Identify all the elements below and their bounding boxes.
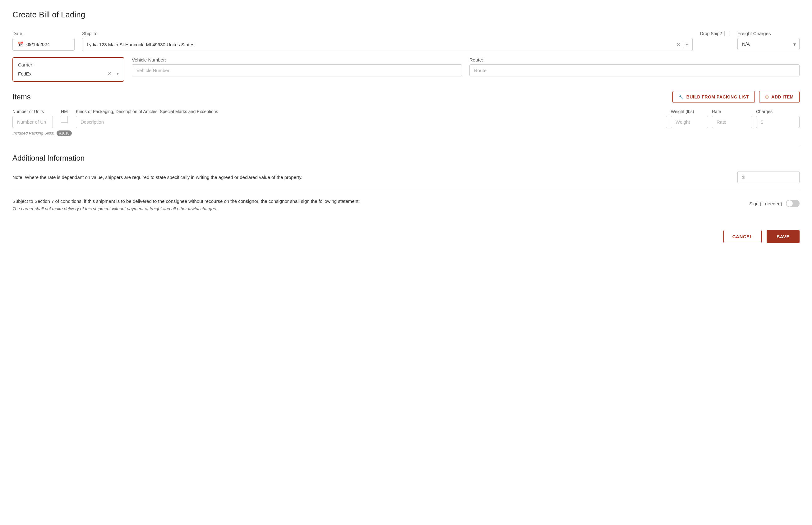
sign-toggle[interactable] xyxy=(786,200,800,207)
carrier-clear-icon[interactable]: ✕ xyxy=(107,71,111,77)
freight-charges-select[interactable]: N/A Prepaid Collect 3rd Party xyxy=(737,38,800,50)
calendar-icon: 📅 xyxy=(17,41,23,47)
freight-charges-field-group: Freight Charges N/A Prepaid Collect 3rd … xyxy=(737,31,800,50)
page-title: Create Bill of Lading xyxy=(12,10,800,19)
carrier-divider xyxy=(114,71,114,77)
build-from-packing-list-button[interactable]: 🔧 BUILD FROM PACKING LIST xyxy=(672,91,755,103)
col-charges-group: Charges $ xyxy=(756,109,800,128)
build-button-label: BUILD FROM PACKING LIST xyxy=(686,94,749,100)
carrier-label: Carrier: xyxy=(18,62,119,68)
freight-charges-label: Freight Charges xyxy=(737,31,800,36)
rate-input[interactable] xyxy=(712,116,752,128)
consignee-italic-text: The carrier shall not make delivery of t… xyxy=(12,206,737,211)
col-hm-group: HM xyxy=(57,109,72,123)
ship-to-chevron-icon[interactable]: ▾ xyxy=(686,42,688,47)
drop-ship-label: Drop Ship? xyxy=(700,31,722,36)
hm-checkbox[interactable] xyxy=(61,116,68,123)
footer-actions: CANCEL SAVE xyxy=(12,224,800,243)
vehicle-number-input[interactable] xyxy=(132,64,462,76)
items-table: Number of Units HM Kinds of Packaging, D… xyxy=(12,109,800,128)
consignee-text: Subject to Section 7 of conditions, if t… xyxy=(12,198,737,211)
ship-to-divider xyxy=(683,41,683,47)
ship-to-select[interactable]: Lydia 123 Main St Hancock, MI 49930 Unit… xyxy=(82,38,693,51)
consignee-row: Subject to Section 7 of conditions, if t… xyxy=(12,198,800,211)
row-1: Date: 📅 09/18/2024 Ship To Lydia 123 Mai… xyxy=(12,31,800,51)
dollar-sign-icon: $ xyxy=(761,119,763,124)
date-label: Date: xyxy=(12,31,75,36)
freight-charges-select-wrapper: N/A Prepaid Collect 3rd Party xyxy=(737,38,800,50)
ship-to-field-group: Ship To Lydia 123 Main St Hancock, MI 49… xyxy=(82,31,693,51)
consignee-main-text: Subject to Section 7 of conditions, if t… xyxy=(12,198,737,204)
add-item-button[interactable]: ⊕ ADD ITEM xyxy=(759,91,800,103)
col-description-group: Kinds of Packaging, Description of Artic… xyxy=(76,109,667,128)
ship-to-clear-icon[interactable]: ✕ xyxy=(677,42,681,47)
divider-1 xyxy=(12,145,800,145)
row-2: Carrier: FedEx ✕ ▾ Vehicle Number: Route… xyxy=(12,57,800,82)
col-rate-group: Rate xyxy=(712,109,752,128)
packing-slips-row: Included Packing Slips: #1018 xyxy=(12,131,800,136)
packing-slip-badge[interactable]: #1018 xyxy=(57,131,72,136)
col-weight-group: Weight (lbs) xyxy=(671,109,708,128)
date-input[interactable]: 📅 09/18/2024 xyxy=(12,38,75,51)
items-title: Items xyxy=(12,93,31,101)
hm-col-label: HM xyxy=(57,109,72,114)
route-input[interactable] xyxy=(469,64,800,76)
carrier-chevron-icon[interactable]: ▾ xyxy=(117,71,119,76)
note-row: Note: Where the rate is dependant on val… xyxy=(12,171,800,191)
plus-icon: ⊕ xyxy=(765,94,769,100)
note-text: Note: Where the rate is dependant on val… xyxy=(12,175,725,180)
packing-slips-label: Included Packing Slips: xyxy=(12,131,54,135)
note-charges-input[interactable] xyxy=(746,175,806,180)
cancel-button[interactable]: CANCEL xyxy=(723,230,762,243)
route-field-group: Route: xyxy=(469,57,800,76)
route-label: Route: xyxy=(469,57,800,62)
description-input[interactable] xyxy=(76,116,667,128)
carrier-section: Carrier: FedEx ✕ ▾ xyxy=(12,57,124,82)
items-section-header: Items 🔧 BUILD FROM PACKING LIST ⊕ ADD IT… xyxy=(12,88,800,103)
note-dollar-sign-icon: $ xyxy=(742,175,744,180)
add-button-label: ADD ITEM xyxy=(771,94,794,100)
weight-input[interactable] xyxy=(671,116,708,128)
date-value: 09/18/2024 xyxy=(26,42,50,47)
charges-input-wrapper[interactable]: $ xyxy=(756,116,800,128)
units-col-label: Number of Units xyxy=(12,109,53,114)
rate-col-label: Rate xyxy=(712,109,752,114)
ship-to-value: Lydia 123 Main St Hancock, MI 49930 Unit… xyxy=(87,42,674,47)
col-units-group: Number of Units xyxy=(12,109,53,128)
items-actions: 🔧 BUILD FROM PACKING LIST ⊕ ADD ITEM xyxy=(672,91,800,103)
ship-to-label: Ship To xyxy=(82,31,693,36)
carrier-select[interactable]: FedEx ✕ ▾ xyxy=(18,71,119,77)
sign-group: Sign (if needed) xyxy=(749,200,800,207)
charges-col-label: Charges xyxy=(756,109,800,114)
wrench-icon: 🔧 xyxy=(678,94,684,100)
additional-title: Additional Information xyxy=(12,154,800,163)
vehicle-number-field-group: Vehicle Number: xyxy=(132,57,462,76)
charges-input[interactable] xyxy=(765,119,812,124)
note-value-field: $ xyxy=(737,171,800,183)
date-field-group: Date: 📅 09/18/2024 xyxy=(12,31,75,51)
sign-label: Sign (if needed) xyxy=(749,201,782,206)
save-button[interactable]: SAVE xyxy=(767,230,800,243)
vehicle-number-label: Vehicle Number: xyxy=(132,57,462,62)
drop-ship-checkbox[interactable] xyxy=(724,31,730,36)
units-input[interactable] xyxy=(12,116,53,128)
carrier-value: FedEx xyxy=(18,71,105,76)
weight-col-label: Weight (lbs) xyxy=(671,109,708,114)
note-charges-wrapper[interactable]: $ xyxy=(737,171,800,183)
drop-ship-group: Drop Ship? xyxy=(700,31,730,40)
description-col-label: Kinds of Packaging, Description of Artic… xyxy=(76,109,667,114)
